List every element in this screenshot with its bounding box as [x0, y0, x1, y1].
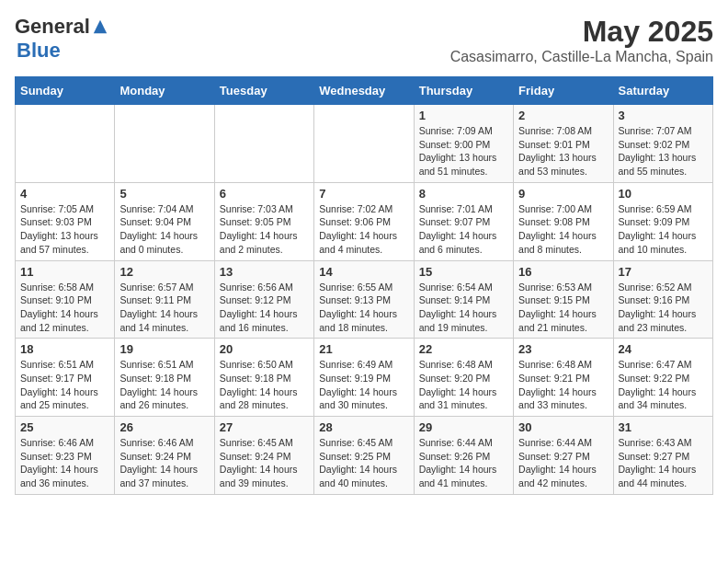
day-info: Sunrise: 7:09 AM Sunset: 9:00 PM Dayligh… [419, 124, 508, 178]
day-info: Sunrise: 6:52 AM Sunset: 9:16 PM Dayligh… [619, 281, 708, 335]
calendar-cell: 12Sunrise: 6:57 AM Sunset: 9:11 PM Dayli… [115, 260, 214, 339]
day-number: 31 [619, 420, 708, 434]
calendar-cell: 11Sunrise: 6:58 AM Sunset: 9:10 PM Dayli… [16, 260, 115, 339]
header-cell-friday: Friday [514, 77, 613, 105]
calendar-cell: 7Sunrise: 7:02 AM Sunset: 9:06 PM Daylig… [314, 182, 414, 260]
svg-marker-0 [94, 20, 107, 33]
day-info: Sunrise: 6:54 AM Sunset: 9:14 PM Dayligh… [419, 281, 508, 335]
day-number: 8 [419, 187, 508, 201]
calendar-cell: 5Sunrise: 7:04 AM Sunset: 9:04 PM Daylig… [115, 182, 214, 260]
calendar-cell: 6Sunrise: 7:03 AM Sunset: 9:05 PM Daylig… [214, 182, 313, 260]
week-row-5: 25Sunrise: 6:46 AM Sunset: 9:23 PM Dayli… [16, 417, 713, 495]
day-info: Sunrise: 6:50 AM Sunset: 9:18 PM Dayligh… [220, 358, 309, 412]
day-number: 27 [220, 420, 309, 434]
calendar-cell: 29Sunrise: 6:44 AM Sunset: 9:26 PM Dayli… [414, 417, 513, 495]
calendar-cell [314, 105, 414, 183]
day-info: Sunrise: 7:08 AM Sunset: 9:01 PM Dayligh… [518, 124, 608, 178]
calendar-cell: 28Sunrise: 6:45 AM Sunset: 9:25 PM Dayli… [314, 417, 414, 495]
day-info: Sunrise: 6:47 AM Sunset: 9:22 PM Dayligh… [619, 358, 708, 412]
header-cell-sunday: Sunday [16, 77, 115, 105]
day-number: 26 [119, 420, 209, 434]
header-cell-saturday: Saturday [613, 77, 712, 105]
calendar-cell [214, 105, 313, 183]
day-number: 13 [220, 265, 309, 279]
calendar-cell: 21Sunrise: 6:49 AM Sunset: 9:19 PM Dayli… [314, 339, 414, 417]
calendar-cell: 25Sunrise: 6:46 AM Sunset: 9:23 PM Dayli… [16, 417, 115, 495]
header-cell-tuesday: Tuesday [214, 77, 313, 105]
week-row-1: 1Sunrise: 7:09 AM Sunset: 9:00 PM Daylig… [16, 105, 713, 183]
day-number: 23 [518, 342, 608, 356]
calendar-cell: 31Sunrise: 6:43 AM Sunset: 9:27 PM Dayli… [613, 417, 712, 495]
calendar-cell: 19Sunrise: 6:51 AM Sunset: 9:18 PM Dayli… [115, 339, 214, 417]
day-info: Sunrise: 6:55 AM Sunset: 9:13 PM Dayligh… [319, 281, 408, 335]
title-area: May 2025 Casasimarro, Castille-La Mancha… [450, 15, 713, 65]
day-info: Sunrise: 6:53 AM Sunset: 9:15 PM Dayligh… [518, 281, 608, 335]
day-info: Sunrise: 6:56 AM Sunset: 9:12 PM Dayligh… [220, 281, 309, 335]
day-number: 30 [518, 420, 608, 434]
day-number: 15 [419, 265, 508, 279]
calendar-cell: 2Sunrise: 7:08 AM Sunset: 9:01 PM Daylig… [514, 105, 613, 183]
calendar-cell: 8Sunrise: 7:01 AM Sunset: 9:07 PM Daylig… [414, 182, 513, 260]
day-number: 5 [119, 187, 209, 201]
day-info: Sunrise: 7:07 AM Sunset: 9:02 PM Dayligh… [619, 124, 708, 178]
day-number: 19 [119, 342, 209, 356]
header-cell-monday: Monday [115, 77, 214, 105]
calendar-cell: 13Sunrise: 6:56 AM Sunset: 9:12 PM Dayli… [214, 260, 313, 339]
calendar-cell: 26Sunrise: 6:46 AM Sunset: 9:24 PM Dayli… [115, 417, 214, 495]
week-row-3: 11Sunrise: 6:58 AM Sunset: 9:10 PM Dayli… [16, 260, 713, 339]
day-number: 29 [419, 420, 508, 434]
calendar-cell: 10Sunrise: 6:59 AM Sunset: 9:09 PM Dayli… [613, 182, 712, 260]
week-row-2: 4Sunrise: 7:05 AM Sunset: 9:03 PM Daylig… [16, 182, 713, 260]
day-number: 6 [220, 187, 309, 201]
day-info: Sunrise: 6:57 AM Sunset: 9:11 PM Dayligh… [119, 281, 209, 335]
day-number: 14 [319, 265, 408, 279]
day-number: 18 [20, 342, 109, 356]
day-number: 12 [119, 265, 209, 279]
day-number: 28 [319, 420, 408, 434]
header-cell-wednesday: Wednesday [314, 77, 414, 105]
calendar-cell: 9Sunrise: 7:00 AM Sunset: 9:08 PM Daylig… [514, 182, 613, 260]
calendar-cell: 3Sunrise: 7:07 AM Sunset: 9:02 PM Daylig… [613, 105, 712, 183]
day-info: Sunrise: 6:44 AM Sunset: 9:27 PM Dayligh… [518, 436, 608, 490]
day-info: Sunrise: 7:04 AM Sunset: 9:04 PM Dayligh… [119, 202, 209, 257]
day-info: Sunrise: 6:51 AM Sunset: 9:17 PM Dayligh… [20, 358, 109, 412]
day-info: Sunrise: 7:01 AM Sunset: 9:07 PM Dayligh… [419, 202, 508, 257]
day-number: 1 [419, 109, 508, 122]
day-number: 25 [20, 420, 109, 434]
calendar-cell: 16Sunrise: 6:53 AM Sunset: 9:15 PM Dayli… [514, 260, 613, 339]
week-row-4: 18Sunrise: 6:51 AM Sunset: 9:17 PM Dayli… [16, 339, 713, 417]
day-info: Sunrise: 6:49 AM Sunset: 9:19 PM Dayligh… [319, 358, 408, 412]
calendar-cell: 15Sunrise: 6:54 AM Sunset: 9:14 PM Dayli… [414, 260, 513, 339]
calendar-cell: 27Sunrise: 6:45 AM Sunset: 9:24 PM Dayli… [214, 417, 313, 495]
calendar-cell [16, 105, 115, 183]
logo-blue-text: Blue [17, 39, 61, 62]
logo: General Blue [15, 15, 108, 63]
calendar-cell: 4Sunrise: 7:05 AM Sunset: 9:03 PM Daylig… [16, 182, 115, 260]
day-number: 24 [619, 342, 708, 356]
day-info: Sunrise: 6:43 AM Sunset: 9:27 PM Dayligh… [619, 436, 708, 490]
calendar-cell: 20Sunrise: 6:50 AM Sunset: 9:18 PM Dayli… [214, 339, 313, 417]
day-info: Sunrise: 7:03 AM Sunset: 9:05 PM Dayligh… [220, 202, 309, 257]
day-number: 11 [20, 265, 109, 279]
calendar-cell: 30Sunrise: 6:44 AM Sunset: 9:27 PM Dayli… [514, 417, 613, 495]
day-number: 21 [319, 342, 408, 356]
logo-icon [92, 18, 108, 35]
header: General Blue May 2025 Casasimarro, Casti… [15, 15, 713, 65]
day-info: Sunrise: 6:48 AM Sunset: 9:21 PM Dayligh… [518, 358, 608, 412]
calendar-cell [115, 105, 214, 183]
calendar-cell: 24Sunrise: 6:47 AM Sunset: 9:22 PM Dayli… [613, 339, 712, 417]
day-number: 16 [518, 265, 608, 279]
calendar-cell: 14Sunrise: 6:55 AM Sunset: 9:13 PM Dayli… [314, 260, 414, 339]
logo-general-text: General [15, 15, 90, 39]
day-info: Sunrise: 7:02 AM Sunset: 9:06 PM Dayligh… [319, 202, 408, 257]
day-number: 10 [619, 187, 708, 201]
calendar-cell: 23Sunrise: 6:48 AM Sunset: 9:21 PM Dayli… [514, 339, 613, 417]
day-number: 2 [518, 109, 608, 122]
header-row: SundayMondayTuesdayWednesdayThursdayFrid… [16, 77, 713, 105]
day-info: Sunrise: 6:51 AM Sunset: 9:18 PM Dayligh… [119, 358, 209, 412]
day-number: 9 [518, 187, 608, 201]
day-info: Sunrise: 7:05 AM Sunset: 9:03 PM Dayligh… [20, 202, 109, 257]
day-info: Sunrise: 6:45 AM Sunset: 9:25 PM Dayligh… [319, 436, 408, 490]
day-info: Sunrise: 6:46 AM Sunset: 9:24 PM Dayligh… [119, 436, 209, 490]
day-number: 22 [419, 342, 508, 356]
